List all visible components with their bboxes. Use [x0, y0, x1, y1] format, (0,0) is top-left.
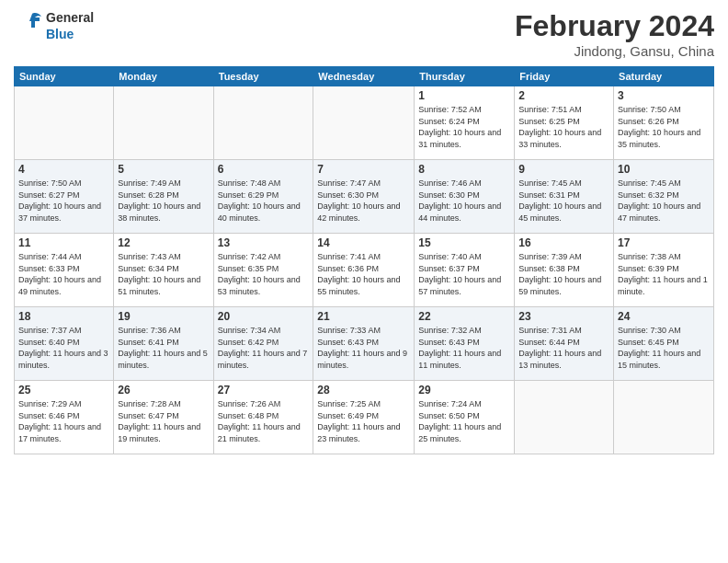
- day-number: 9: [518, 163, 609, 176]
- table-row: 10Sunrise: 7:45 AM Sunset: 6:32 PM Dayli…: [614, 160, 714, 234]
- day-number: 7: [317, 163, 410, 176]
- location: Jindong, Gansu, China: [515, 43, 714, 59]
- table-row: [15, 86, 114, 160]
- day-info: Sunrise: 7:44 AM Sunset: 6:33 PM Dayligh…: [18, 251, 109, 297]
- header: General Blue February 2024 Jindong, Gans…: [14, 9, 714, 59]
- month-title: February 2024: [515, 9, 714, 43]
- day-info: Sunrise: 7:45 AM Sunset: 6:32 PM Dayligh…: [618, 178, 710, 224]
- table-row: 23Sunrise: 7:31 AM Sunset: 6:44 PM Dayli…: [515, 307, 614, 381]
- day-info: Sunrise: 7:48 AM Sunset: 6:29 PM Dayligh…: [218, 178, 310, 224]
- calendar-header-row: Sunday Monday Tuesday Wednesday Thursday…: [15, 67, 714, 86]
- day-number: 10: [618, 163, 710, 176]
- day-number: 21: [317, 310, 410, 323]
- title-block: February 2024 Jindong, Gansu, China: [515, 9, 714, 59]
- day-info: Sunrise: 7:28 AM Sunset: 6:47 PM Dayligh…: [118, 398, 209, 444]
- day-number: 3: [618, 89, 710, 102]
- table-row: 22Sunrise: 7:32 AM Sunset: 6:43 PM Dayli…: [415, 307, 515, 381]
- day-info: Sunrise: 7:41 AM Sunset: 6:36 PM Dayligh…: [317, 251, 410, 297]
- day-number: 15: [418, 236, 510, 249]
- table-row: 25Sunrise: 7:29 AM Sunset: 6:46 PM Dayli…: [15, 381, 114, 454]
- day-info: Sunrise: 7:33 AM Sunset: 6:43 PM Dayligh…: [317, 325, 410, 371]
- table-row: 4Sunrise: 7:50 AM Sunset: 6:27 PM Daylig…: [15, 160, 114, 234]
- day-info: Sunrise: 7:34 AM Sunset: 6:42 PM Dayligh…: [218, 325, 310, 371]
- day-info: Sunrise: 7:24 AM Sunset: 6:50 PM Dayligh…: [418, 398, 510, 444]
- table-row: 8Sunrise: 7:46 AM Sunset: 6:30 PM Daylig…: [415, 160, 515, 234]
- table-row: [114, 86, 213, 160]
- day-info: Sunrise: 7:39 AM Sunset: 6:38 PM Dayligh…: [518, 251, 609, 297]
- day-info: Sunrise: 7:49 AM Sunset: 6:28 PM Dayligh…: [118, 178, 209, 224]
- day-info: Sunrise: 7:43 AM Sunset: 6:34 PM Dayligh…: [118, 251, 209, 297]
- calendar-table: Sunday Monday Tuesday Wednesday Thursday…: [14, 66, 714, 454]
- day-number: 4: [18, 163, 109, 176]
- calendar-week-row: 25Sunrise: 7:29 AM Sunset: 6:46 PM Dayli…: [15, 381, 714, 454]
- day-number: 17: [618, 236, 710, 249]
- table-row: 18Sunrise: 7:37 AM Sunset: 6:40 PM Dayli…: [15, 307, 114, 381]
- table-row: 9Sunrise: 7:45 AM Sunset: 6:31 PM Daylig…: [515, 160, 614, 234]
- table-row: 5Sunrise: 7:49 AM Sunset: 6:28 PM Daylig…: [114, 160, 213, 234]
- day-number: 1: [418, 89, 510, 102]
- day-info: Sunrise: 7:26 AM Sunset: 6:48 PM Dayligh…: [218, 398, 310, 444]
- day-info: Sunrise: 7:32 AM Sunset: 6:43 PM Dayligh…: [418, 325, 510, 371]
- day-info: Sunrise: 7:36 AM Sunset: 6:41 PM Dayligh…: [118, 325, 209, 371]
- day-number: 19: [118, 310, 209, 323]
- table-row: 11Sunrise: 7:44 AM Sunset: 6:33 PM Dayli…: [15, 234, 114, 307]
- table-row: 19Sunrise: 7:36 AM Sunset: 6:41 PM Dayli…: [114, 307, 213, 381]
- day-number: 25: [18, 384, 109, 396]
- table-row: 28Sunrise: 7:25 AM Sunset: 6:49 PM Dayli…: [313, 381, 415, 454]
- table-row: 27Sunrise: 7:26 AM Sunset: 6:48 PM Dayli…: [213, 381, 313, 454]
- day-info: Sunrise: 7:38 AM Sunset: 6:39 PM Dayligh…: [618, 251, 710, 297]
- calendar-week-row: 4Sunrise: 7:50 AM Sunset: 6:27 PM Daylig…: [15, 160, 714, 234]
- table-row: 14Sunrise: 7:41 AM Sunset: 6:36 PM Dayli…: [313, 234, 415, 307]
- table-row: 24Sunrise: 7:30 AM Sunset: 6:45 PM Dayli…: [614, 307, 714, 381]
- day-info: Sunrise: 7:51 AM Sunset: 6:25 PM Dayligh…: [518, 104, 609, 150]
- table-row: 26Sunrise: 7:28 AM Sunset: 6:47 PM Dayli…: [114, 381, 213, 454]
- day-number: 13: [218, 236, 310, 249]
- col-sunday: Sunday: [15, 67, 114, 86]
- table-row: 3Sunrise: 7:50 AM Sunset: 6:26 PM Daylig…: [614, 86, 714, 160]
- table-row: 13Sunrise: 7:42 AM Sunset: 6:35 PM Dayli…: [213, 234, 313, 307]
- day-info: Sunrise: 7:37 AM Sunset: 6:40 PM Dayligh…: [18, 325, 109, 371]
- table-row: [313, 86, 415, 160]
- day-info: Sunrise: 7:31 AM Sunset: 6:44 PM Dayligh…: [518, 325, 609, 371]
- calendar-week-row: 18Sunrise: 7:37 AM Sunset: 6:40 PM Dayli…: [15, 307, 714, 381]
- table-row: 6Sunrise: 7:48 AM Sunset: 6:29 PM Daylig…: [213, 160, 313, 234]
- day-number: 29: [418, 384, 510, 396]
- day-info: Sunrise: 7:29 AM Sunset: 6:46 PM Dayligh…: [18, 398, 109, 444]
- day-number: 14: [317, 236, 410, 249]
- table-row: 17Sunrise: 7:38 AM Sunset: 6:39 PM Dayli…: [614, 234, 714, 307]
- day-number: 12: [118, 236, 209, 249]
- logo-blue: Blue: [46, 27, 74, 41]
- table-row: 12Sunrise: 7:43 AM Sunset: 6:34 PM Dayli…: [114, 234, 213, 307]
- day-info: Sunrise: 7:42 AM Sunset: 6:35 PM Dayligh…: [218, 251, 310, 297]
- table-row: 29Sunrise: 7:24 AM Sunset: 6:50 PM Dayli…: [415, 381, 515, 454]
- calendar-container: General Blue February 2024 Jindong, Gans…: [0, 0, 728, 563]
- day-info: Sunrise: 7:45 AM Sunset: 6:31 PM Dayligh…: [518, 178, 609, 224]
- day-number: 26: [118, 384, 209, 396]
- day-number: 11: [18, 236, 109, 249]
- day-number: 23: [518, 310, 609, 323]
- logo-general: General: [46, 10, 94, 25]
- day-number: 6: [218, 163, 310, 176]
- day-info: Sunrise: 7:50 AM Sunset: 6:27 PM Dayligh…: [18, 178, 109, 224]
- day-info: Sunrise: 7:40 AM Sunset: 6:37 PM Dayligh…: [418, 251, 510, 297]
- day-number: 27: [218, 384, 310, 396]
- calendar-week-row: 11Sunrise: 7:44 AM Sunset: 6:33 PM Dayli…: [15, 234, 714, 307]
- day-number: 5: [118, 163, 209, 176]
- day-info: Sunrise: 7:47 AM Sunset: 6:30 PM Dayligh…: [317, 178, 410, 224]
- col-saturday: Saturday: [614, 67, 714, 86]
- day-number: 16: [518, 236, 609, 249]
- day-number: 8: [418, 163, 510, 176]
- day-info: Sunrise: 7:52 AM Sunset: 6:24 PM Dayligh…: [418, 104, 510, 150]
- day-info: Sunrise: 7:30 AM Sunset: 6:45 PM Dayligh…: [618, 325, 710, 371]
- day-number: 2: [518, 89, 609, 102]
- table-row: 21Sunrise: 7:33 AM Sunset: 6:43 PM Dayli…: [313, 307, 415, 381]
- col-friday: Friday: [515, 67, 614, 86]
- logo-bird-icon: [14, 9, 46, 41]
- col-thursday: Thursday: [415, 67, 515, 86]
- day-number: 24: [618, 310, 710, 323]
- calendar-week-row: 1Sunrise: 7:52 AM Sunset: 6:24 PM Daylig…: [15, 86, 714, 160]
- table-row: [213, 86, 313, 160]
- table-row: 20Sunrise: 7:34 AM Sunset: 6:42 PM Dayli…: [213, 307, 313, 381]
- day-info: Sunrise: 7:25 AM Sunset: 6:49 PM Dayligh…: [317, 398, 410, 444]
- day-info: Sunrise: 7:46 AM Sunset: 6:30 PM Dayligh…: [418, 178, 510, 224]
